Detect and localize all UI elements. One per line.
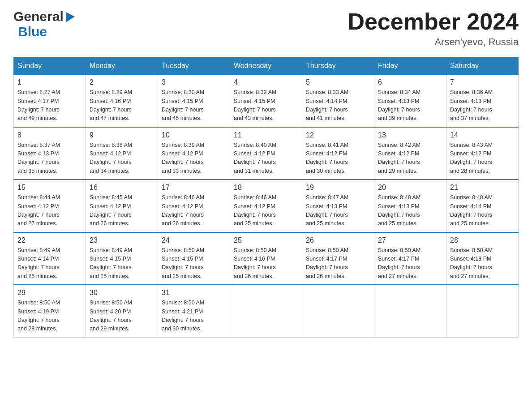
- day-info: Sunrise: 8:50 AMSunset: 4:21 PMDaylight:…: [162, 299, 226, 334]
- location: Arsen'yevo, Russia: [348, 36, 519, 48]
- day-number: 17: [162, 184, 226, 192]
- day-info: Sunrise: 8:27 AMSunset: 4:17 PMDaylight:…: [17, 88, 82, 123]
- day-info: Sunrise: 8:41 AMSunset: 4:12 PMDaylight:…: [306, 141, 370, 176]
- table-row: 22Sunrise: 8:49 AMSunset: 4:14 PMDayligh…: [14, 232, 86, 285]
- table-row: 13Sunrise: 8:42 AMSunset: 4:12 PMDayligh…: [374, 127, 446, 180]
- day-number: 7: [450, 78, 515, 86]
- table-row: 11Sunrise: 8:40 AMSunset: 4:12 PMDayligh…: [230, 127, 302, 180]
- day-number: 29: [17, 289, 82, 297]
- weekday-header-sunday: Sunday: [14, 57, 86, 75]
- day-number: 26: [306, 236, 370, 244]
- day-number: 19: [306, 184, 370, 192]
- day-number: 1: [17, 78, 82, 86]
- title-area: December 2024 Arsen'yevo, Russia: [348, 9, 519, 48]
- logo-arrow-icon: [64, 10, 77, 23]
- table-row: 6Sunrise: 8:34 AMSunset: 4:13 PMDaylight…: [374, 75, 446, 127]
- table-row: 17Sunrise: 8:46 AMSunset: 4:12 PMDayligh…: [158, 180, 230, 232]
- table-row: 18Sunrise: 8:46 AMSunset: 4:12 PMDayligh…: [230, 180, 302, 232]
- day-number: 23: [90, 236, 154, 244]
- table-row: [302, 285, 374, 337]
- day-number: 3: [162, 78, 226, 86]
- day-info: Sunrise: 8:45 AMSunset: 4:12 PMDaylight:…: [90, 193, 154, 228]
- table-row: 2Sunrise: 8:29 AMSunset: 4:16 PMDaylight…: [86, 75, 158, 127]
- weekday-header-thursday: Thursday: [302, 57, 374, 75]
- table-row: [374, 285, 446, 337]
- table-row: 21Sunrise: 8:48 AMSunset: 4:14 PMDayligh…: [446, 180, 519, 232]
- calendar-table: SundayMondayTuesdayWednesdayThursdayFrid…: [13, 57, 519, 338]
- day-info: Sunrise: 8:36 AMSunset: 4:13 PMDaylight:…: [450, 88, 515, 123]
- calendar-week-3: 15Sunrise: 8:44 AMSunset: 4:12 PMDayligh…: [14, 180, 519, 232]
- table-row: 25Sunrise: 8:50 AMSunset: 4:16 PMDayligh…: [230, 232, 302, 285]
- weekday-header-tuesday: Tuesday: [158, 57, 230, 75]
- table-row: 27Sunrise: 8:50 AMSunset: 4:17 PMDayligh…: [374, 232, 446, 285]
- day-number: 4: [234, 78, 298, 86]
- month-title: December 2024: [348, 9, 519, 34]
- day-number: 12: [306, 131, 370, 139]
- day-number: 8: [17, 131, 82, 139]
- day-info: Sunrise: 8:50 AMSunset: 4:17 PMDaylight:…: [306, 246, 370, 281]
- day-number: 11: [234, 131, 298, 139]
- table-row: 19Sunrise: 8:47 AMSunset: 4:13 PMDayligh…: [302, 180, 374, 232]
- day-info: Sunrise: 8:44 AMSunset: 4:12 PMDaylight:…: [17, 193, 82, 228]
- table-row: 9Sunrise: 8:38 AMSunset: 4:12 PMDaylight…: [86, 127, 158, 180]
- day-number: 13: [378, 131, 442, 139]
- day-number: 14: [450, 131, 515, 139]
- day-info: Sunrise: 8:46 AMSunset: 4:12 PMDaylight:…: [162, 193, 226, 228]
- table-row: 16Sunrise: 8:45 AMSunset: 4:12 PMDayligh…: [86, 180, 158, 232]
- day-number: 15: [17, 184, 82, 192]
- calendar-week-4: 22Sunrise: 8:49 AMSunset: 4:14 PMDayligh…: [14, 232, 519, 285]
- day-info: Sunrise: 8:33 AMSunset: 4:14 PMDaylight:…: [306, 88, 370, 123]
- day-info: Sunrise: 8:34 AMSunset: 4:13 PMDaylight:…: [378, 88, 442, 123]
- day-info: Sunrise: 8:47 AMSunset: 4:13 PMDaylight:…: [306, 193, 370, 228]
- day-info: Sunrise: 8:48 AMSunset: 4:14 PMDaylight:…: [450, 193, 515, 228]
- table-row: [446, 285, 519, 337]
- day-number: 10: [162, 131, 226, 139]
- day-info: Sunrise: 8:30 AMSunset: 4:15 PMDaylight:…: [162, 88, 226, 123]
- table-row: 10Sunrise: 8:39 AMSunset: 4:12 PMDayligh…: [158, 127, 230, 180]
- table-row: 14Sunrise: 8:43 AMSunset: 4:12 PMDayligh…: [446, 127, 519, 180]
- day-info: Sunrise: 8:48 AMSunset: 4:13 PMDaylight:…: [378, 193, 442, 228]
- day-number: 27: [378, 236, 442, 244]
- day-info: Sunrise: 8:50 AMSunset: 4:19 PMDaylight:…: [17, 299, 82, 334]
- table-row: 7Sunrise: 8:36 AMSunset: 4:13 PMDaylight…: [446, 75, 519, 127]
- day-info: Sunrise: 8:37 AMSunset: 4:13 PMDaylight:…: [17, 141, 82, 176]
- day-number: 20: [378, 184, 442, 192]
- calendar-week-5: 29Sunrise: 8:50 AMSunset: 4:19 PMDayligh…: [14, 285, 519, 337]
- day-info: Sunrise: 8:50 AMSunset: 4:20 PMDaylight:…: [90, 299, 154, 334]
- day-info: Sunrise: 8:50 AMSunset: 4:17 PMDaylight:…: [378, 246, 442, 281]
- table-row: 23Sunrise: 8:49 AMSunset: 4:15 PMDayligh…: [86, 232, 158, 285]
- table-row: 1Sunrise: 8:27 AMSunset: 4:17 PMDaylight…: [14, 75, 86, 127]
- day-number: 28: [450, 236, 515, 244]
- day-number: 16: [90, 184, 154, 192]
- day-number: 5: [306, 78, 370, 86]
- day-number: 25: [234, 236, 298, 244]
- table-row: 29Sunrise: 8:50 AMSunset: 4:19 PMDayligh…: [14, 285, 86, 337]
- day-info: Sunrise: 8:38 AMSunset: 4:12 PMDaylight:…: [90, 141, 154, 176]
- weekday-header-row: SundayMondayTuesdayWednesdayThursdayFrid…: [14, 57, 519, 75]
- day-info: Sunrise: 8:50 AMSunset: 4:15 PMDaylight:…: [162, 246, 226, 281]
- table-row: 5Sunrise: 8:33 AMSunset: 4:14 PMDaylight…: [302, 75, 374, 127]
- page-header: General Blue December 2024 Arsen'yevo, R…: [13, 9, 519, 48]
- svg-marker-0: [66, 12, 75, 22]
- weekday-header-friday: Friday: [374, 57, 446, 75]
- day-info: Sunrise: 8:32 AMSunset: 4:15 PMDaylight:…: [234, 88, 298, 123]
- table-row: 15Sunrise: 8:44 AMSunset: 4:12 PMDayligh…: [14, 180, 86, 232]
- day-info: Sunrise: 8:39 AMSunset: 4:12 PMDaylight:…: [162, 141, 226, 176]
- weekday-header-wednesday: Wednesday: [230, 57, 302, 75]
- table-row: [230, 285, 302, 337]
- table-row: 26Sunrise: 8:50 AMSunset: 4:17 PMDayligh…: [302, 232, 374, 285]
- table-row: 12Sunrise: 8:41 AMSunset: 4:12 PMDayligh…: [302, 127, 374, 180]
- table-row: 4Sunrise: 8:32 AMSunset: 4:15 PMDaylight…: [230, 75, 302, 127]
- day-info: Sunrise: 8:29 AMSunset: 4:16 PMDaylight:…: [90, 88, 154, 123]
- day-number: 9: [90, 131, 154, 139]
- table-row: 31Sunrise: 8:50 AMSunset: 4:21 PMDayligh…: [158, 285, 230, 337]
- day-info: Sunrise: 8:49 AMSunset: 4:14 PMDaylight:…: [17, 246, 82, 281]
- day-info: Sunrise: 8:42 AMSunset: 4:12 PMDaylight:…: [378, 141, 442, 176]
- logo: General Blue: [13, 9, 77, 39]
- day-number: 22: [17, 236, 82, 244]
- table-row: 8Sunrise: 8:37 AMSunset: 4:13 PMDaylight…: [14, 127, 86, 180]
- logo-blue-text: Blue: [18, 24, 47, 39]
- day-number: 24: [162, 236, 226, 244]
- day-number: 2: [90, 78, 154, 86]
- calendar-week-1: 1Sunrise: 8:27 AMSunset: 4:17 PMDaylight…: [14, 75, 519, 127]
